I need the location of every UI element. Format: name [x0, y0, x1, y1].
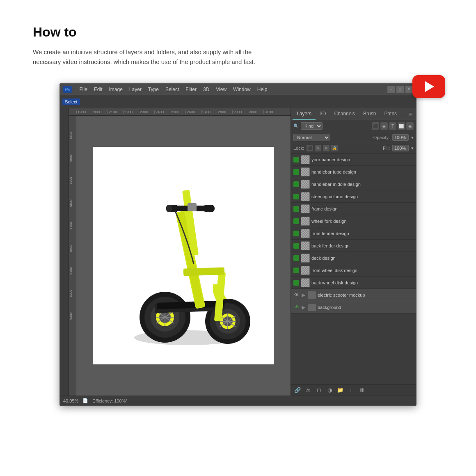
layer-visibility-1[interactable]: [293, 169, 299, 175]
layer-item-6[interactable]: front fender design: [291, 227, 416, 240]
ruler-v-8: 6200: [69, 275, 76, 298]
svg-rect-30: [188, 203, 197, 211]
layer-delete-btn[interactable]: 🗑: [357, 386, 366, 394]
select-tool-button[interactable]: Select: [62, 98, 80, 105]
tab-brush[interactable]: Brush: [359, 108, 380, 120]
menu-filter[interactable]: Filter: [182, 84, 200, 95]
layer-visibility-2[interactable]: [293, 181, 299, 187]
lock-position-btn[interactable]: ✥: [323, 145, 330, 151]
close-button[interactable]: ×: [405, 86, 413, 93]
panel-menu-icon[interactable]: ≡: [406, 109, 414, 119]
menu-file[interactable]: File: [76, 84, 90, 95]
layer-adjustment-btn[interactable]: ◑: [325, 386, 334, 394]
lock-all-btn[interactable]: 🔒: [331, 145, 338, 151]
filter-adjust-btn[interactable]: ◈: [380, 122, 388, 130]
menu-edit[interactable]: Edit: [91, 84, 106, 95]
page-description: We create an intuitive structure of laye…: [33, 47, 263, 67]
ps-window-controls: − □ ×: [387, 86, 413, 93]
menu-window[interactable]: Window: [230, 84, 254, 95]
layer-name-7: back fender design: [311, 243, 414, 248]
filter-pixel-btn[interactable]: ⬛: [372, 122, 379, 130]
layer-thumb-2: [301, 180, 310, 189]
layer-visibility-6[interactable]: [293, 231, 299, 236]
menu-view[interactable]: View: [213, 84, 230, 95]
layer-item-9[interactable]: front wheel disk design: [291, 264, 416, 277]
layer-visibility-4[interactable]: [293, 206, 299, 212]
filter-icons: ⬛ ◈ T ⬜ ◉: [372, 122, 414, 130]
fill-value[interactable]: 100%: [392, 145, 409, 151]
layer-thumb-6: [301, 229, 310, 238]
layer-visibility-5[interactable]: [293, 218, 299, 224]
layer-eye-bg[interactable]: 👁: [293, 304, 300, 311]
menu-help[interactable]: Help: [254, 84, 271, 95]
layer-thumb-1: [301, 167, 310, 176]
opacity-dropdown-icon[interactable]: ▾: [411, 135, 414, 140]
layer-item-0[interactable]: your banner design: [291, 153, 416, 166]
ruler-num-2700: 2700: [201, 110, 217, 114]
layer-visibility-10[interactable]: [293, 280, 299, 286]
layer-visibility-7[interactable]: [293, 243, 299, 249]
minimize-button[interactable]: −: [387, 86, 395, 93]
tab-3d[interactable]: 3D: [316, 108, 330, 120]
youtube-play-button[interactable]: [412, 75, 445, 98]
layer-item-8[interactable]: deck design: [291, 252, 416, 264]
layer-group-btn[interactable]: 📁: [336, 386, 344, 394]
maximize-button[interactable]: □: [396, 86, 404, 93]
ruler-v-4: 5800: [69, 185, 76, 208]
layer-new-btn[interactable]: +: [347, 386, 355, 394]
status-zoom: 40,05%: [63, 398, 78, 403]
layer-item-2[interactable]: handlebar middle design: [291, 178, 416, 190]
ruler-v-2: 5600: [69, 140, 76, 162]
layer-item-5[interactable]: wheel fork design: [291, 215, 416, 227]
tab-paths[interactable]: Paths: [380, 108, 401, 120]
layer-item-4[interactable]: frame design: [291, 203, 416, 215]
layer-fx-btn[interactable]: fx: [304, 386, 312, 394]
layer-expand-bg[interactable]: ▶: [302, 304, 305, 310]
layer-item-group-mockup[interactable]: 👁 ▶ electric scooter mockup: [291, 289, 416, 301]
tab-layers[interactable]: Layers: [293, 108, 316, 120]
menu-select[interactable]: Select: [162, 84, 182, 95]
fill-dropdown-icon[interactable]: ▾: [411, 146, 414, 151]
menu-image[interactable]: Image: [106, 84, 126, 95]
ruler-num-2800: 2800: [217, 110, 232, 114]
layer-item-10[interactable]: back wheel disk design: [291, 277, 416, 289]
lock-label: Lock:: [293, 146, 304, 151]
page-title: How to: [33, 25, 443, 40]
layer-item-1[interactable]: handlebar tube design: [291, 166, 416, 178]
photoshop-window: Ps File Edit Image Layer Type Select Fil…: [60, 83, 416, 406]
canvas-image: [93, 147, 274, 364]
ps-ruler-top: 1900 2000 2100 2200 2300 2400 2500 2600 …: [69, 108, 291, 116]
layer-thumb-4: [301, 204, 310, 213]
layer-item-3[interactable]: steering column design: [291, 190, 416, 203]
menu-layer[interactable]: Layer: [126, 84, 145, 95]
layer-item-7[interactable]: back fender design: [291, 240, 416, 252]
layer-mask-btn[interactable]: ◻: [315, 386, 323, 394]
layer-visibility-8[interactable]: [293, 255, 299, 261]
layer-item-group-bg[interactable]: 👁 ▶ background: [291, 301, 416, 314]
layer-filter-row: 🔍 Kind ⬛ ◈ T ⬜ ◉: [291, 120, 416, 132]
filter-smart-btn[interactable]: ◉: [406, 122, 414, 130]
tab-channels[interactable]: Channels: [330, 108, 359, 120]
layer-visibility-3[interactable]: [293, 194, 299, 199]
layers-list: your banner design handlebar tube design…: [291, 153, 416, 384]
filter-shape-btn[interactable]: ⬜: [398, 122, 405, 130]
layer-thumb-3: [301, 192, 310, 201]
ps-statusbar: 40,05% 📄 Efficiency: 100%*: [60, 396, 416, 405]
layer-name-group-bg: background: [318, 305, 414, 310]
layer-expand-mockup[interactable]: ▶: [302, 292, 305, 298]
layer-visibility-0[interactable]: [293, 157, 299, 162]
layer-visibility-9[interactable]: [293, 268, 299, 273]
ruler-v-9: 6300: [69, 298, 76, 320]
svg-rect-28: [166, 205, 172, 212]
menu-3d[interactable]: 3D: [200, 84, 213, 95]
layer-link-btn[interactable]: 🔗: [293, 386, 302, 394]
layer-thumb-0: [301, 155, 310, 164]
filter-type-select[interactable]: Kind: [301, 122, 323, 130]
lock-transparency-btn[interactable]: ⬛: [307, 145, 313, 151]
blend-mode-select[interactable]: Normal: [293, 134, 330, 141]
opacity-value[interactable]: 100%: [392, 134, 409, 141]
layer-eye-mockup[interactable]: 👁: [293, 292, 300, 298]
menu-type[interactable]: Type: [145, 84, 162, 95]
lock-image-btn[interactable]: ✎: [315, 145, 321, 151]
filter-type-btn[interactable]: T: [389, 122, 396, 130]
